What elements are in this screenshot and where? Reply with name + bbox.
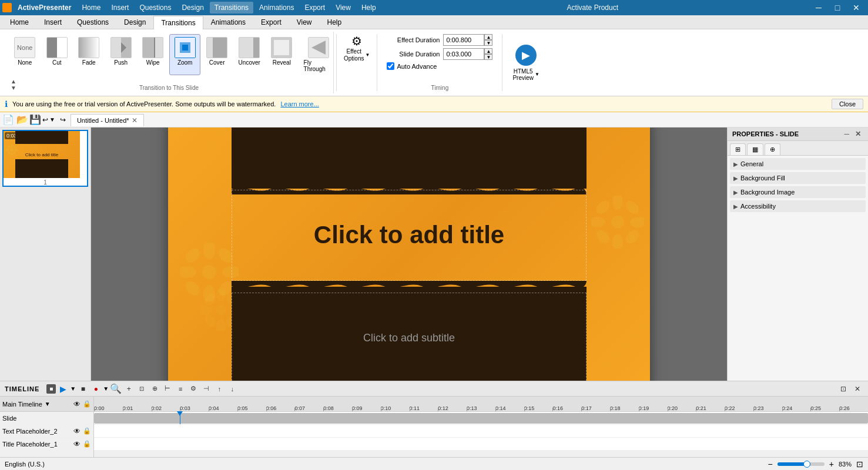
effect-duration-up[interactable]: ▲ (484, 34, 492, 40)
tab-insert[interactable]: Insert (36, 15, 69, 29)
menu-home[interactable]: Home (77, 2, 105, 14)
maximize-button[interactable]: □ (828, 0, 847, 15)
close-button[interactable]: ✕ (847, 0, 866, 15)
menu-view[interactable]: View (331, 2, 356, 14)
title-placeholder-lock-icon[interactable]: 🔒 (83, 440, 91, 448)
text-placeholder-eye-icon[interactable]: 👁 (73, 427, 81, 435)
canvas-area[interactable]: Click to add title Click to add subtitle (91, 127, 727, 381)
zoom-in-timeline-button[interactable]: + (123, 383, 135, 395)
menu-transitions[interactable]: Transitions (210, 2, 253, 14)
background-fill-section-header[interactable]: ▶ Background Fill (730, 172, 866, 184)
transition-fly-through-button[interactable]: Fly Through (299, 34, 339, 75)
title-placeholder-eye-icon[interactable]: 👁 (73, 440, 81, 448)
transition-uncover-button[interactable]: Uncover (233, 34, 265, 75)
background-image-section-header[interactable]: ▶ Background Image (730, 186, 866, 198)
document-tab[interactable]: Untitled - Untitled* ✕ (71, 114, 144, 126)
new-file-icon[interactable]: 📄 (2, 114, 14, 125)
tab-questions[interactable]: Questions (69, 15, 116, 29)
add-track-button[interactable]: ⊕ (149, 383, 160, 395)
zoom-in-button[interactable]: + (829, 459, 834, 469)
properties-minimize-button[interactable]: ─ (842, 130, 852, 138)
learn-more-link[interactable]: Learn more... (280, 100, 319, 108)
zoom-out-timeline-button[interactable]: 🔍 (110, 383, 122, 395)
slide-thumbnail[interactable]: 0:03 Click to add title 1 (2, 130, 88, 187)
auto-advance-checkbox[interactable] (387, 62, 394, 70)
menu-questions[interactable]: Questions (135, 2, 176, 14)
main-timeline-dropdown-icon[interactable]: ▼ (45, 401, 51, 407)
timeline-play-button[interactable]: ▶ (57, 383, 69, 395)
toggle-button[interactable]: ⊣ (200, 383, 212, 395)
timeline-record-button[interactable]: ● (90, 383, 102, 395)
menu-export[interactable]: Export (300, 2, 330, 14)
settings-button[interactable]: ⚙ (187, 383, 199, 395)
timeline-play-dropdown-icon[interactable]: ▼ (70, 385, 76, 392)
tab-view[interactable]: View (289, 15, 320, 29)
tab-export[interactable]: Export (253, 15, 289, 29)
fit-window-button[interactable]: ⊡ (856, 459, 863, 469)
prop-tab-arrange[interactable]: ⊕ (765, 143, 780, 155)
main-timeline-eye-icon[interactable]: 👁 (73, 400, 81, 408)
timeline-stop-button[interactable]: ■ (77, 383, 89, 395)
slide-duration-up[interactable]: ▲ (484, 48, 492, 54)
tab-design[interactable]: Design (116, 15, 153, 29)
transition-scroll-down[interactable]: ▼ (11, 85, 16, 91)
zoom-slider[interactable] (777, 462, 825, 466)
accessibility-section-header[interactable]: ▶ Accessibility (730, 200, 866, 212)
tab-help[interactable]: Help (320, 15, 350, 29)
zoom-out-button[interactable]: − (768, 459, 773, 469)
html5-preview-button[interactable]: ▶ HTML5Preview ▼ (505, 32, 547, 93)
import-button[interactable]: ↑ (213, 383, 225, 395)
transition-cover-button[interactable]: Cover (202, 34, 232, 75)
minimize-button[interactable]: ─ (809, 0, 828, 15)
effect-options-button[interactable]: ⚙ EffectOptions ▼ (339, 32, 374, 93)
document-tab-close-button[interactable]: ✕ (132, 116, 138, 125)
menu-design[interactable]: Design (177, 2, 208, 14)
tab-transitions[interactable]: Transitions (153, 16, 203, 29)
slide-track-name: Slide (2, 415, 16, 422)
menu-insert[interactable]: Insert (106, 2, 133, 14)
timeline-record-dropdown-icon[interactable]: ▼ (103, 385, 109, 392)
tab-home[interactable]: Home (2, 15, 36, 29)
title-placeholder[interactable]: Click to add title (232, 190, 587, 281)
transition-wipe-button[interactable]: Wipe (138, 34, 168, 75)
more-options-button[interactable]: ≡ (175, 383, 186, 395)
text-placeholder-lock-icon[interactable]: 🔒 (83, 427, 91, 435)
timeline-close-button[interactable]: ✕ (852, 383, 863, 395)
prop-tab-style[interactable]: ▦ (747, 143, 763, 155)
main-timeline-lock-icon[interactable]: 🔒 (83, 400, 91, 408)
transition-none-button[interactable]: None None (9, 34, 40, 75)
activate-product-link[interactable]: Activate Product (567, 4, 618, 12)
subtitle-placeholder[interactable]: Click to add subtitle (232, 293, 587, 381)
info-bar-close-button[interactable]: Close (832, 99, 863, 109)
effect-duration-input[interactable]: 0:00.800 (443, 34, 484, 46)
playhead[interactable] (180, 412, 180, 424)
transition-fade-button[interactable]: Fade (73, 34, 104, 75)
slide-duration-input[interactable]: 0:03.000 (443, 48, 484, 60)
tab-animations[interactable]: Animations (203, 15, 253, 29)
timeline-expand-button[interactable]: ⊡ (837, 383, 849, 395)
undo-button[interactable]: ↩ (42, 116, 48, 124)
slide-canvas[interactable]: Click to add title Click to add subtitle (168, 127, 650, 381)
undo-dropdown-icon[interactable]: ▼ (49, 116, 55, 123)
slide-track-row (94, 412, 868, 425)
timeline-mode-button[interactable]: ■ (46, 384, 56, 394)
save-file-icon[interactable]: 💾 (29, 114, 41, 125)
general-section-header[interactable]: ▶ General (730, 158, 866, 170)
transition-zoom-button[interactable]: Zoom (169, 34, 200, 75)
export-timeline-button[interactable]: ↓ (226, 383, 238, 395)
split-button[interactable]: ⊢ (162, 383, 173, 395)
zoom-fit-button[interactable]: ⊡ (136, 383, 148, 395)
properties-close-button[interactable]: ✕ (853, 130, 863, 138)
redo-button[interactable]: ↪ (60, 116, 66, 124)
transition-cut-button[interactable]: Cut (41, 34, 72, 75)
transition-push-button[interactable]: Push (105, 34, 136, 75)
transition-reveal-button[interactable]: Reveal (266, 34, 297, 75)
effect-duration-down[interactable]: ▼ (484, 40, 492, 46)
menu-help[interactable]: Help (357, 2, 381, 14)
slide-duration-down[interactable]: ▼ (484, 54, 492, 60)
open-file-icon[interactable]: 📂 (16, 114, 28, 125)
prop-tab-layout[interactable]: ⊞ (730, 143, 746, 155)
transition-scroll-up[interactable]: ▲ (11, 79, 16, 85)
zoom-slider-thumb[interactable] (803, 461, 810, 468)
menu-animations[interactable]: Animations (254, 2, 299, 14)
